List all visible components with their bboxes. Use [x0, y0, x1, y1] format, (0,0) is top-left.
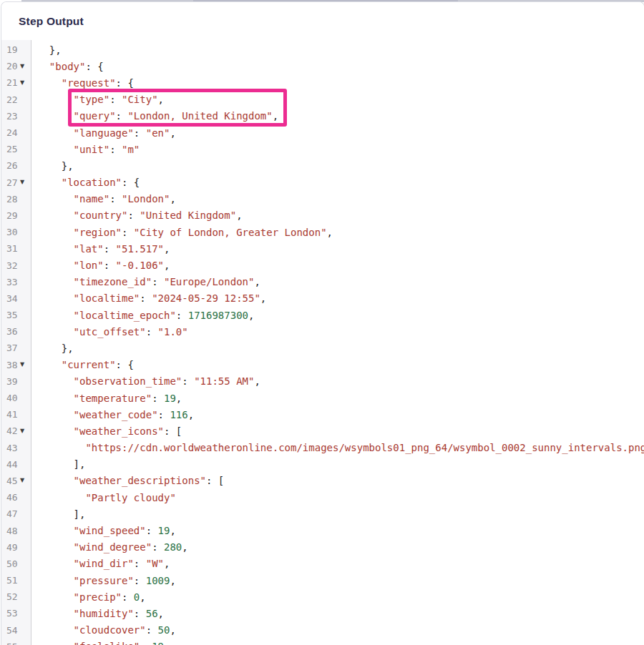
line-number: 35 — [1, 307, 31, 323]
line-number: 19 — [1, 41, 31, 58]
line-number: 23 — [1, 108, 31, 124]
collapse-arrow-icon[interactable]: ▼ — [20, 179, 24, 185]
code-text: ], — [31, 506, 644, 522]
code-line: 53"humidity": 56, — [1, 605, 644, 621]
panel-header: Step Output — [1, 2, 644, 40]
code-lines: 19},20▼"body": {21▼"request": {22"type":… — [1, 41, 644, 645]
code-text: "wind_degree": 280, — [31, 539, 644, 556]
code-line: 46"Partly cloudy" — [1, 489, 644, 506]
line-number: 33 — [1, 274, 31, 290]
line-number: 25 — [1, 141, 31, 157]
code-text: "https://cdn.worldweatheronline.com/imag… — [31, 440, 644, 456]
code-text: "observation_time": "11:55 AM", — [31, 373, 644, 390]
collapse-arrow-icon[interactable]: ▼ — [20, 361, 24, 368]
code-text: "wind_dir": "W", — [31, 556, 644, 572]
line-number: 46 — [1, 489, 31, 506]
code-line: 38▼"current": { — [1, 357, 644, 373]
code-text: "type": "City", — [31, 92, 644, 108]
code-line: 22"type": "City", — [1, 92, 644, 108]
code-line: 43"https://cdn.worldweatheronline.com/im… — [1, 440, 644, 456]
collapse-arrow-icon[interactable]: ▼ — [20, 63, 24, 69]
code-line: 36"utc_offset": "1.0" — [1, 323, 644, 340]
code-line: 40"temperature": 19, — [1, 390, 644, 406]
code-text: "humidity": 56, — [31, 605, 644, 621]
step-output-panel: Step Output 19},20▼"body": {21▼"request"… — [1, 1, 644, 645]
line-number: 30 — [1, 224, 31, 240]
code-text: "language": "en", — [31, 124, 644, 141]
collapse-arrow-icon[interactable]: ▼ — [20, 79, 24, 86]
collapse-arrow-icon[interactable]: ▼ — [20, 478, 24, 484]
code-text: "weather_code": 116, — [31, 406, 644, 423]
code-text: "weather_icons": [ — [31, 423, 644, 439]
code-text: "localtime": "2024-05-29 12:55", — [31, 290, 644, 307]
json-code-viewer[interactable]: 19},20▼"body": {21▼"request": {22"type":… — [1, 40, 644, 645]
code-line: 30"region": "City of London, Greater Lon… — [1, 224, 644, 240]
line-number: 29 — [1, 207, 31, 224]
line-number: 48 — [1, 522, 31, 538]
line-number: 54 — [1, 622, 31, 639]
line-number: 47 — [1, 506, 31, 522]
line-number: 26 — [1, 157, 31, 174]
code-text: "utc_offset": "1.0" — [31, 323, 644, 340]
line-number: 53 — [1, 605, 31, 621]
line-number: 34 — [1, 290, 31, 307]
code-text: "name": "London", — [31, 191, 644, 207]
line-number: 32 — [1, 257, 31, 273]
line-number: 42▼ — [1, 423, 31, 439]
code-line: 29"country": "United Kingdom", — [1, 207, 644, 224]
code-text: }, — [31, 157, 644, 174]
line-number: 22 — [1, 92, 31, 108]
code-line: 34"localtime": "2024-05-29 12:55", — [1, 290, 644, 307]
code-line: 23"query": "London, United Kingdom", — [1, 108, 644, 124]
code-text: "request": { — [31, 74, 644, 91]
line-number: 37 — [1, 340, 31, 356]
code-line: 24"language": "en", — [1, 124, 644, 141]
code-line: 27▼"location": { — [1, 174, 644, 191]
line-number: 50 — [1, 556, 31, 572]
line-number: 28 — [1, 191, 31, 207]
page-title: Step Output — [19, 15, 84, 28]
code-text: "wind_speed": 19, — [31, 522, 644, 538]
code-line: 39"observation_time": "11:55 AM", — [1, 373, 644, 390]
line-number: 27▼ — [1, 174, 31, 191]
code-line: 32"lon": "-0.106", — [1, 257, 644, 273]
line-number: 51 — [1, 572, 31, 589]
line-number: 49 — [1, 539, 31, 556]
line-number: 20▼ — [1, 58, 31, 74]
line-number: 40 — [1, 390, 31, 406]
code-text: "unit": "m" — [31, 141, 644, 157]
code-text: }, — [31, 340, 644, 356]
code-text: ], — [31, 456, 644, 473]
code-line: 37}, — [1, 340, 644, 356]
code-text: "lon": "-0.106", — [31, 257, 644, 273]
code-line: 45▼"weather_descriptions": [ — [1, 473, 644, 489]
code-line: 54"cloudcover": 50, — [1, 622, 644, 639]
line-number: 24 — [1, 124, 31, 141]
code-text: "country": "United Kingdom", — [31, 207, 644, 224]
code-line: 48"wind_speed": 19, — [1, 522, 644, 538]
line-number: 38▼ — [1, 357, 31, 373]
code-text: "location": { — [31, 174, 644, 191]
code-line: 26}, — [1, 157, 644, 174]
line-number: 55 — [1, 639, 31, 645]
line-number: 45▼ — [1, 473, 31, 489]
line-number: 31 — [1, 240, 31, 257]
code-text: "cloudcover": 50, — [31, 622, 644, 639]
code-text: "lat": "51.517", — [31, 240, 644, 257]
code-text: "region": "City of London, Greater Londo… — [31, 224, 644, 240]
code-line: 49"wind_degree": 280, — [1, 539, 644, 556]
line-number: 21▼ — [1, 74, 31, 91]
line-number: 43 — [1, 440, 31, 456]
code-text: "weather_descriptions": [ — [31, 473, 644, 489]
code-line: 51"pressure": 1009, — [1, 572, 644, 589]
code-text: "precip": 0, — [31, 589, 644, 605]
code-line: 42▼"weather_icons": [ — [1, 423, 644, 439]
code-line: 33"timezone_id": "Europe/London", — [1, 274, 644, 290]
code-line: 35"localtime_epoch": 1716987300, — [1, 307, 644, 323]
code-text: "feelslike": 19, — [31, 639, 644, 645]
code-line: 44], — [1, 456, 644, 473]
collapse-arrow-icon[interactable]: ▼ — [20, 428, 24, 434]
code-text: "temperature": 19, — [31, 390, 644, 406]
code-line: 47], — [1, 506, 644, 522]
code-text: "query": "London, United Kingdom", — [31, 108, 644, 124]
